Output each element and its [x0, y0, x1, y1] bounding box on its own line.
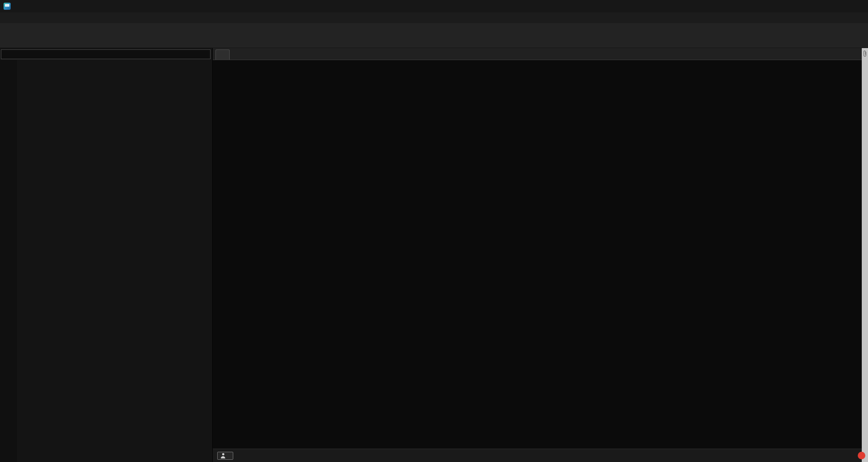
content-area: [213, 48, 862, 462]
minimize-button[interactable]: [807, 0, 827, 12]
user-icon: [220, 453, 226, 458]
close-button[interactable]: [847, 0, 866, 12]
notification-close-button[interactable]: [858, 452, 865, 459]
session-tree: [17, 60, 212, 462]
window-controls: [807, 0, 866, 12]
mobaxterm-window: [0, 0, 868, 462]
titlebar: [0, 0, 868, 12]
sidebar-lower: [0, 60, 212, 462]
menubar: [0, 12, 868, 23]
user-session-button[interactable]: [217, 452, 233, 460]
main-area: [0, 48, 868, 462]
quick-connect: [0, 48, 212, 60]
sidebar-rail: [0, 60, 17, 462]
tabbar-tabs: [213, 48, 862, 60]
home-tab[interactable]: [215, 49, 230, 60]
paperclip-icon[interactable]: [862, 50, 868, 58]
status-bar: [213, 449, 862, 462]
sidebar: [0, 48, 213, 462]
maximize-button[interactable]: [827, 0, 847, 12]
quick-connect-input[interactable]: [1, 49, 211, 59]
right-scrollbar[interactable]: [862, 48, 868, 462]
terminal-output[interactable]: [213, 60, 862, 449]
toolbar: [0, 23, 868, 48]
app-icon: [4, 3, 11, 10]
